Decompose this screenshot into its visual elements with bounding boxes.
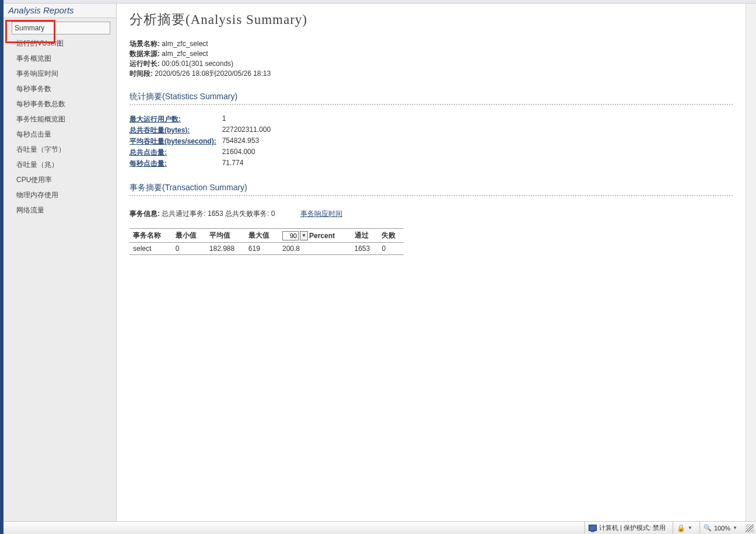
meta-value: alm_zfc_select (160, 40, 208, 48)
meta-value: 2020/05/26 18:08到2020/05/26 18:13 (153, 69, 271, 78)
computer-icon (589, 525, 597, 531)
sidebar-item-running-vuser[interactable]: 运行的VUser图 (4, 37, 116, 50)
stat-hits-per-sec-label[interactable]: 每秒点击量: (130, 159, 167, 167)
meta-value: alm_zfc_select (160, 50, 208, 58)
sidebar-item-tps[interactable]: 每秒事务数 (4, 82, 116, 95)
cell-name: select (130, 243, 172, 255)
tx-info-label: 事务信息: (130, 210, 160, 218)
sidebar-panel: Analysis Reports Summary 运行的VUser图 事务概览图… (4, 4, 117, 521)
th-percent: ▼ Percent (279, 229, 351, 243)
meta-time-range: 时间段: 2020/05/26 18:08到2020/05/26 18:13 (130, 69, 733, 79)
sidebar-item-tx-response-time[interactable]: 事务响应时间 (4, 67, 116, 80)
sidebar-item-tps-total[interactable]: 每秒事务数总数 (4, 97, 116, 110)
meta-data-source: 数据来源: alm_zfc_select (130, 49, 733, 59)
stat-total-throughput-label[interactable]: 总共吞吐量(bytes): (130, 126, 190, 134)
lock-icon: 🔒 (677, 524, 685, 532)
statistics-table: 最大运行用户数:1 总共吞吐量(bytes):227202311.000 平均吞… (130, 114, 276, 170)
stat-row: 总共吞吐量(bytes):227202311.000 (130, 125, 276, 137)
stat-avg-throughput-label[interactable]: 平均吞吐量(bytes/second): (130, 137, 216, 145)
stat-max-users-label[interactable]: 最大运行用户数: (130, 115, 181, 123)
cell-pass: 1653 (351, 243, 379, 255)
status-security[interactable]: 🔒 ▼ (673, 522, 696, 534)
meta-value: 00:05:01(301 seconds) (160, 60, 233, 68)
section-transaction-summary: 事务摘要(Transaction Summary) (130, 183, 733, 196)
sidebar-item-throughput-mb[interactable]: 吞吐量（兆） (4, 158, 116, 171)
sidebar-item-hits-per-sec[interactable]: 每秒点击量 (4, 128, 116, 141)
th-min: 最小值 (172, 229, 206, 243)
meta-scenario-name: 场景名称: alm_zfc_select (130, 39, 733, 49)
stat-value: 754824.953 (222, 137, 276, 148)
transaction-info-line: 事务信息: 总共通过事务: 1653 总共失败事务: 0 事务响应时间 (130, 209, 733, 219)
sidebar-list: Summary 运行的VUser图 事务概览图 事务响应时间 每秒事务数 每秒事… (4, 18, 116, 219)
cell-min: 0 (172, 243, 206, 255)
meta-label: 数据来源: (130, 50, 160, 58)
sidebar-item-cpu-usage[interactable]: CPU使用率 (4, 173, 116, 186)
stat-value: 1 (222, 114, 276, 125)
cell-avg: 182.988 (206, 243, 245, 255)
sidebar-title: Analysis Reports (4, 4, 116, 18)
meta-label: 时间段: (130, 69, 153, 78)
sidebar-item-summary[interactable]: Summary (12, 22, 110, 34)
page-title: 分析摘要(Analysis Summary) (130, 11, 733, 29)
sidebar-item-tx-overview[interactable]: 事务概览图 (4, 52, 116, 65)
th-pass: 通过 (351, 229, 379, 243)
meta-label: 运行时长: (130, 60, 160, 68)
meta-label: 场景名称: (130, 40, 160, 48)
scrollbar-vertical[interactable] (746, 4, 756, 521)
stat-row: 平均吞吐量(bytes/second):754824.953 (130, 137, 276, 148)
percent-label: Percent (309, 232, 335, 240)
sidebar-item-tx-perf-overview[interactable]: 事务性能概览图 (4, 113, 116, 125)
transaction-table: 事务名称 最小值 平均值 最大值 ▼ Percent 通过 失败 (130, 228, 404, 255)
table-header-row: 事务名称 最小值 平均值 最大值 ▼ Percent 通过 失败 (130, 229, 404, 243)
zoom-value: 100% (714, 525, 730, 532)
chevron-down-icon: ▼ (733, 525, 737, 530)
tx-info-value: 总共通过事务: 1653 总共失败事务: 0 (160, 210, 275, 218)
resize-grip[interactable] (746, 524, 754, 532)
zoom-icon: 🔍 (704, 524, 712, 532)
sidebar-item-memory-usage[interactable]: 物理内存使用 (4, 189, 116, 201)
status-zoom[interactable]: 🔍 100% ▼ (699, 522, 741, 534)
protected-mode-text: 计算机 | 保护模式: 禁用 (599, 523, 666, 532)
meta-duration: 运行时长: 00:05:01(301 seconds) (130, 59, 733, 69)
stat-value: 227202311.000 (222, 125, 276, 137)
section-statistics-summary: 统计摘要(Statistics Summary) (130, 92, 733, 105)
stat-row: 每秒点击量:71.774 (130, 159, 276, 170)
stat-value: 71.774 (222, 159, 276, 170)
cell-max: 619 (245, 243, 279, 255)
tx-response-time-link[interactable]: 事务响应时间 (300, 210, 342, 218)
main-content: 分析摘要(Analysis Summary) 场景名称: alm_zfc_sel… (117, 4, 746, 521)
percentile-input[interactable] (282, 231, 299, 240)
percentile-dropdown-button[interactable]: ▼ (300, 231, 308, 240)
cell-fail: 0 (378, 243, 404, 255)
stat-row: 最大运行用户数:1 (130, 114, 276, 125)
stat-value: 21604.000 (222, 148, 276, 159)
th-max: 最大值 (245, 229, 279, 243)
table-row: select 0 182.988 619 200.8 1653 0 (130, 243, 404, 255)
cell-percent: 200.8 (279, 243, 351, 255)
status-bar: 计算机 | 保护模式: 禁用 🔒 ▼ 🔍 100% ▼ (4, 521, 756, 534)
chevron-down-icon: ▼ (688, 525, 692, 530)
status-protected-mode: 计算机 | 保护模式: 禁用 (584, 522, 669, 534)
stat-row: 总共点击量:21604.000 (130, 148, 276, 159)
sidebar-item-network-traffic[interactable]: 网络流量 (4, 204, 116, 217)
stat-total-hits-label[interactable]: 总共点击量: (130, 148, 167, 156)
sidebar-item-throughput-bytes[interactable]: 吞吐量（字节） (4, 143, 116, 156)
th-name: 事务名称 (130, 229, 172, 243)
th-avg: 平均值 (206, 229, 245, 243)
th-fail: 失败 (378, 229, 404, 243)
